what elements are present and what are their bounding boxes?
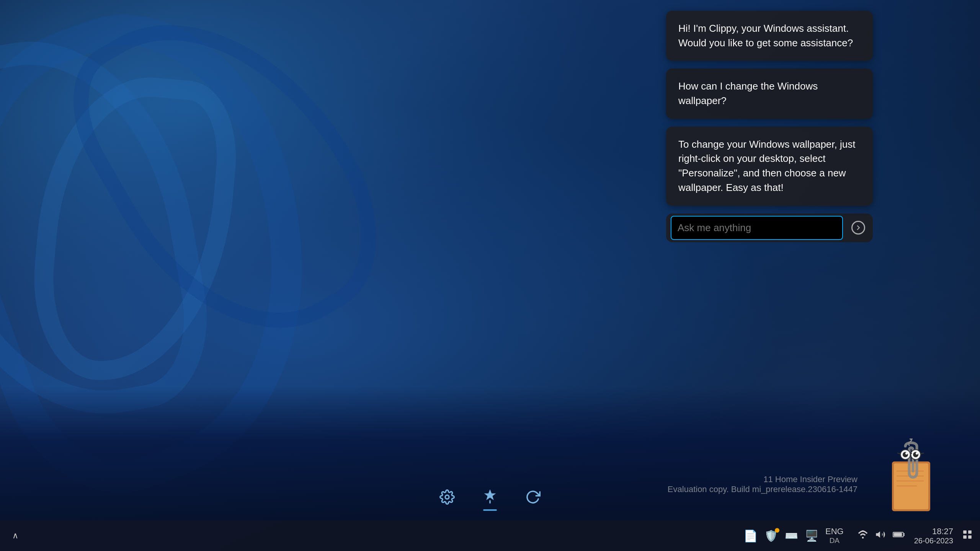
svg-line-15: [897, 453, 900, 454]
clock-display[interactable]: 18:27 26-06-2023: [914, 527, 953, 545]
svg-rect-23: [893, 533, 902, 536]
svg-point-11: [916, 452, 918, 455]
chat-window: Hi! I'm Clippy, your Windows assistant. …: [666, 11, 873, 242]
chat-input-field[interactable]: [671, 216, 843, 240]
refresh-toolbar-icon[interactable]: [523, 487, 543, 507]
settings-toolbar-icon[interactable]: [437, 487, 457, 507]
pin-toolbar-icon[interactable]: [480, 487, 500, 507]
svg-marker-21: [876, 531, 880, 537]
svg-point-18: [445, 495, 449, 499]
user-question-text: How can I change the Windows wallpaper?: [678, 80, 818, 106]
display-tray-icon[interactable]: 🖥️: [805, 530, 818, 542]
clippy-greeting-text: Hi! I'm Clippy, your Windows assistant. …: [678, 23, 853, 49]
file-tray-icon[interactable]: 📄: [743, 529, 758, 543]
battery-icon[interactable]: [893, 529, 905, 543]
clippy-character: [880, 439, 942, 520]
send-icon: [851, 221, 865, 235]
svg-rect-28: [968, 530, 972, 534]
clippy-greeting-bubble: Hi! I'm Clippy, your Windows assistant. …: [666, 11, 873, 61]
notification-button[interactable]: [962, 530, 972, 542]
taskbar-left: ∧: [8, 528, 23, 544]
system-tray: 📄 🛡️ ⌨️ 🖥️ ENG DA: [743, 527, 905, 545]
watermark-line2: Evaluation copy. Build mi_prerelease.230…: [668, 484, 858, 494]
clippy-svg: [880, 439, 942, 519]
language-main: ENG: [825, 527, 844, 536]
user-question-bubble: How can I change the Windows wallpaper?: [666, 68, 873, 119]
keyboard-tray-icon[interactable]: ⌨️: [785, 530, 798, 542]
security-tray-icon[interactable]: 🛡️: [764, 530, 778, 542]
evaluation-watermark: 11 Home Insider Preview Evaluation copy.…: [668, 474, 858, 494]
svg-point-10: [905, 452, 908, 455]
chat-input-area: [666, 214, 873, 242]
clippy-answer-text: To change your Windows wallpaper, just r…: [678, 139, 855, 193]
svg-line-16: [921, 453, 924, 454]
language-selector[interactable]: ENG DA: [825, 527, 844, 545]
bottom-toolbar: [437, 487, 543, 507]
tray-expand-button[interactable]: ∧: [8, 528, 23, 544]
taskbar: ∧ 📄 🛡️ ⌨️ 🖥️ ENG DA: [0, 520, 980, 551]
clock-time: 18:27: [932, 527, 953, 536]
svg-rect-29: [963, 535, 967, 539]
clippy-answer-bubble: To change your Windows wallpaper, just r…: [666, 127, 873, 206]
security-badge-dot: [775, 528, 779, 533]
clock-date: 26-06-2023: [914, 536, 953, 545]
language-sub: DA: [830, 536, 840, 545]
svg-rect-27: [963, 530, 967, 534]
svg-rect-30: [968, 535, 972, 539]
volume-icon[interactable]: [875, 529, 886, 543]
wifi-icon[interactable]: [858, 529, 868, 543]
send-button[interactable]: [846, 217, 871, 238]
watermark-line1: 11 Home Insider Preview: [668, 474, 858, 484]
svg-point-20: [862, 536, 864, 538]
